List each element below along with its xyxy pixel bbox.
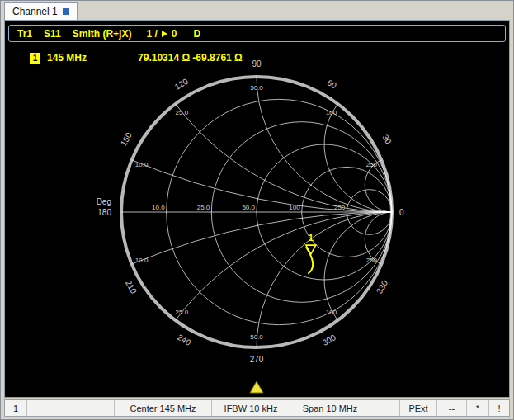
status-center-frequency[interactable]: Center 145 MHz — [115, 400, 212, 416]
reference-level-icon — [162, 31, 167, 37]
display-area: 10.010.010.025.025.025.050.050.050.01001… — [4, 20, 510, 398]
svg-text:210: 210 — [124, 279, 139, 295]
smith-chart: 10.010.010.025.025.025.050.050.050.01001… — [5, 21, 509, 397]
svg-text:50.0: 50.0 — [250, 84, 263, 92]
trace-ref-value: 0 — [172, 28, 177, 40]
svg-text:250: 250 — [366, 161, 378, 168]
trace-name[interactable]: Tr1 — [17, 28, 32, 40]
svg-text:100: 100 — [326, 309, 337, 316]
svg-text:25.0: 25.0 — [197, 204, 210, 211]
trace-state: D — [193, 28, 200, 40]
trace-status-bar[interactable]: Tr1 S11 Smith (R+jX) 1 / 0 D — [8, 25, 506, 42]
chart-marker-number: 1 — [309, 233, 314, 243]
svg-text:25.0: 25.0 — [176, 109, 189, 116]
stimulus-position-indicator[interactable] — [250, 381, 263, 393]
svg-text:300: 300 — [321, 333, 337, 347]
status-bar: 1 Center 145 MHz IFBW 10 kHz Span 10 MHz… — [4, 399, 510, 417]
svg-text:60: 60 — [326, 78, 339, 90]
trace-scale-group: 1 / 0 — [146, 28, 177, 40]
channel-tab-icon — [63, 8, 69, 15]
marker-readout: 1 145 MHz 79.10314 Ω -69.8761 Ω — [30, 52, 243, 64]
channel-tab[interactable]: Channel 1 — [4, 2, 78, 20]
status-ifbw[interactable]: IFBW 10 kHz — [212, 400, 290, 416]
status-span[interactable]: Span 10 MHz — [290, 400, 370, 416]
svg-text:120: 120 — [173, 77, 190, 92]
svg-text:240: 240 — [176, 333, 192, 347]
svg-text:50.0: 50.0 — [250, 333, 263, 341]
svg-text:0: 0 — [399, 208, 404, 217]
trace-parameter[interactable]: S11 — [44, 28, 61, 40]
svg-text:100: 100 — [289, 204, 300, 211]
svg-text:330: 330 — [375, 278, 389, 295]
marker-number-badge: 1 — [30, 53, 40, 64]
svg-text:10.0: 10.0 — [135, 161, 149, 168]
svg-text:250: 250 — [334, 204, 346, 211]
angle-unit-label: Deg — [97, 197, 111, 206]
status-indicator-alert: ! — [489, 400, 509, 416]
trace-format[interactable]: Smith (R+jX) — [73, 28, 132, 40]
svg-text:270: 270 — [250, 355, 264, 364]
status-spacer-2 — [370, 400, 400, 416]
svg-text:10.0: 10.0 — [135, 257, 149, 264]
svg-text:100: 100 — [326, 109, 337, 116]
status-channel-number: 1 — [5, 400, 27, 416]
svg-text:50.0: 50.0 — [242, 204, 255, 211]
app-window: Channel 1 10.010.010.025.025.025.050.050… — [0, 0, 514, 420]
marker-frequency: 145 MHz — [47, 52, 87, 64]
marker-impedance-value: 79.10314 Ω -69.8761 Ω — [138, 52, 243, 64]
status-indicator-dash: -- — [437, 400, 467, 416]
svg-text:25.0: 25.0 — [176, 309, 189, 316]
svg-text:90: 90 — [252, 59, 262, 68]
status-spacer-1 — [27, 400, 115, 416]
status-port-extension[interactable]: PExt — [400, 400, 437, 416]
svg-text:10.0: 10.0 — [152, 204, 165, 211]
status-indicator-star: * — [467, 400, 489, 416]
trace-scale: 1 / — [146, 28, 157, 40]
deg-180-label: 180 — [97, 208, 111, 217]
svg-text:250: 250 — [366, 257, 378, 264]
channel-tab-label: Channel 1 — [12, 6, 58, 17]
svg-text:30: 30 — [381, 133, 394, 146]
svg-text:150: 150 — [119, 130, 134, 147]
